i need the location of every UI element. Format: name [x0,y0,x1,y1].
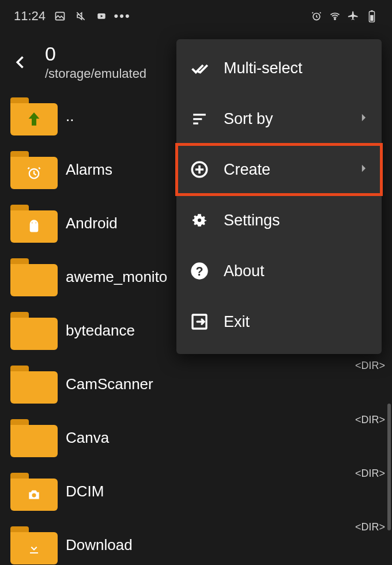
status-time: 11:24 [14,9,46,24]
folder-icon [10,258,58,296]
file-name: aweme_monito [66,268,167,286]
svg-rect-6 [371,10,373,12]
menu-settings[interactable]: Settings [176,195,382,246]
menu-label: Multi-select [224,59,369,77]
file-name: Alarms [66,161,112,179]
folder-row[interactable]: Download [0,518,392,565]
menu-sort-by[interactable]: Sort by [176,93,382,144]
back-button[interactable] [10,47,31,78]
menu-label: Exit [224,313,369,331]
wifi-icon [329,10,341,22]
file-name: Download [66,536,133,554]
menu-exit[interactable]: Exit [176,296,382,347]
alarm-icon [310,10,323,22]
file-name: DCIM [66,483,104,500]
svg-text:?: ? [195,265,203,278]
svg-point-10 [32,493,36,497]
chevron-right-icon [361,114,369,124]
menu-create[interactable]: Create [176,144,382,195]
help-icon: ? [189,261,210,281]
overflow-menu: Multi-select Sort by Create Settings ? A… [176,39,382,354]
menu-label: Sort by [224,110,347,128]
menu-label: About [224,262,369,280]
battery-icon [365,10,378,22]
folder-icon [10,312,58,350]
folder-icon [10,366,58,404]
folder-icon [10,473,58,511]
svg-rect-5 [370,15,374,21]
youtube-icon [95,10,108,22]
camera-icon [27,487,42,502]
file-name: CamScanner [66,375,153,393]
menu-label: Create [224,161,347,179]
folder-icon [10,419,58,457]
chevron-right-icon [361,164,369,175]
folder-icon [10,151,58,189]
download-icon [27,541,41,555]
svg-point-8 [32,222,33,223]
more-icon: ••• [116,10,129,22]
folder-icon [10,205,58,243]
clock-icon [26,165,42,181]
svg-rect-12 [193,118,202,120]
folder-row[interactable]: CamScanner [0,357,392,411]
file-name: .. [66,107,74,125]
svg-rect-13 [193,123,198,125]
image-icon [54,10,66,22]
mute-icon [74,10,87,22]
svg-point-9 [35,222,36,223]
svg-rect-11 [193,114,206,115]
sort-icon [189,108,210,129]
add-circle-icon [189,159,210,180]
multi-select-icon [189,58,210,78]
folder-up-icon [10,97,58,135]
gear-icon [189,210,210,231]
exit-icon [189,311,210,332]
menu-about[interactable]: ? About [176,246,382,296]
svg-point-15 [198,219,201,222]
file-name: Android [66,214,118,232]
android-icon [27,219,42,234]
svg-point-3 [334,18,336,20]
status-bar: 11:24 ••• [0,0,392,32]
menu-multi-select[interactable]: Multi-select [176,43,382,93]
file-name: Canva [66,429,109,447]
file-name: bytedance [66,322,135,340]
page-title: 0 [45,43,172,65]
airplane-icon [347,10,360,22]
scrollbar[interactable] [387,404,391,530]
menu-label: Settings [224,212,369,229]
folder-row[interactable]: DCIM [0,465,392,518]
breadcrumb-path: /storage/emulated [45,66,172,81]
folder-icon [10,526,58,564]
folder-row[interactable]: Canva [0,411,392,465]
